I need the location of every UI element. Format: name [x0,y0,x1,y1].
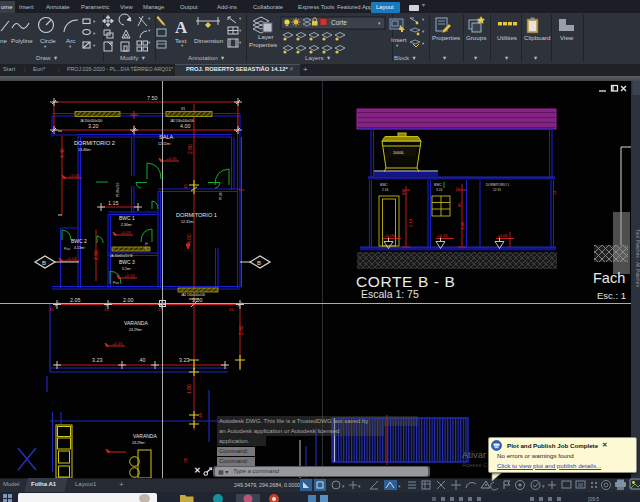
svg-text:Esc.: 1: Esc.: 1 [597,290,626,301]
svg-text:12.11m²: 12.11m² [158,142,172,146]
svg-text:.40: .40 [138,357,146,363]
svg-text:2.30m²: 2.30m² [121,223,133,227]
svg-text:SALA: SALA [159,134,174,140]
svg-text:12.31m²: 12.31m² [181,220,195,224]
svg-text:BWC: BWC [380,183,388,187]
svg-text:.82: .82 [401,190,406,196]
svg-text:24.29m²: 24.29m² [129,328,143,332]
svg-text:JA-40x60x210 M: JA-40x60x210 M [110,254,133,258]
svg-text:▾: ▾ [542,483,545,489]
svg-text:Escala 1: 75: Escala 1: 75 [361,288,419,300]
svg-text:+0.05: +0.05 [69,173,80,178]
svg-text:+0.05: +0.05 [497,233,508,238]
svg-text:DORMITORIO 2: DORMITORIO 2 [74,140,115,146]
svg-text:3.24: 3.24 [436,188,442,192]
svg-text:[09:5: [09:5 [588,496,599,502]
svg-text:.80: .80 [457,202,462,208]
svg-text:+0.03: +0.03 [124,273,135,278]
svg-text:DORMITORIO 1: DORMITORIO 1 [176,212,217,218]
svg-text:P1 80x210: P1 80x210 [116,182,120,197]
svg-text:BWC 3: BWC 3 [119,259,135,265]
svg-text:24.29m²: 24.29m² [132,441,146,445]
svg-text:2.50: 2.50 [93,250,99,260]
svg-text:1.15: 1.15 [108,200,119,206]
svg-text:13.46m²: 13.46m² [78,148,92,152]
svg-text:3.00: 3.00 [192,297,203,303]
svg-text:2.05: 2.05 [70,297,81,303]
svg-text:P2 70: P2 70 [145,242,149,250]
svg-text:VARANDA: VARANDA [133,433,157,439]
svg-text:Pivo: Pivo [64,247,70,251]
svg-text:+0.05: +0.05 [384,233,395,238]
svg-text:.35: .35 [183,457,188,464]
svg-text:4.00: 4.00 [186,234,192,244]
svg-text:.12: .12 [552,190,557,196]
svg-text:+0.25: +0.25 [437,233,448,238]
svg-text:B: B [257,260,261,266]
svg-text:V1: V1 [181,107,185,111]
svg-text:BWC 2: BWC 2 [71,238,87,244]
svg-text:2.00: 2.00 [123,297,134,303]
svg-text:B: B [42,260,46,266]
svg-text:+0.03: +0.03 [120,230,131,235]
svg-text:3.23: 3.23 [92,357,103,363]
svg-text:.15: .15 [48,307,54,312]
svg-text:3.23: 3.23 [179,357,190,363]
svg-text:4.13m²: 4.13m² [74,246,86,250]
svg-text:+0.15: +0.15 [112,341,123,346]
svg-text:▾: ▾ [398,483,401,489]
svg-text:1.80: 1.80 [460,221,465,230]
svg-text:.15: .15 [228,307,234,312]
svg-text:Fach: Fach [593,270,625,286]
svg-text:▾: ▾ [358,483,361,489]
svg-text:Tool Palettes - All Palettes: Tool Palettes - All Palettes [635,229,640,287]
svg-text:7.50: 7.50 [147,95,158,101]
svg-text:2.90: 2.90 [238,325,244,335]
svg-text:4.40: 4.40 [59,148,65,158]
svg-text:BWC: BWC [434,183,442,187]
svg-text:.72: .72 [455,187,460,193]
svg-text:12.31: 12.31 [493,188,501,192]
svg-text:2.10: 2.10 [408,218,413,227]
svg-text:2.90: 2.90 [187,144,193,154]
svg-text:Pivo: Pivo [113,281,119,285]
svg-text:.40: .40 [198,412,203,419]
svg-text:1.80: 1.80 [186,384,192,394]
svg-text:DORMITORIO 1: DORMITORIO 1 [486,183,510,187]
svg-text:P1 80: P1 80 [219,192,223,200]
svg-text:15: 15 [183,184,188,189]
svg-text:4.00: 4.00 [180,123,191,129]
svg-text:+0.05: +0.05 [166,156,177,161]
svg-text:5.1m²: 5.1m² [122,267,132,271]
svg-text:VARANDA: VARANDA [124,320,148,326]
svg-text:3.20: 3.20 [88,123,99,129]
svg-text:▾: ▾ [342,483,345,489]
svg-text:.15: .15 [103,307,109,312]
svg-text:2.16: 2.16 [382,188,388,192]
svg-text:1000L: 1000L [393,150,405,155]
svg-text:+0.03: +0.03 [66,256,77,261]
svg-text:BWC 1: BWC 1 [119,215,135,221]
